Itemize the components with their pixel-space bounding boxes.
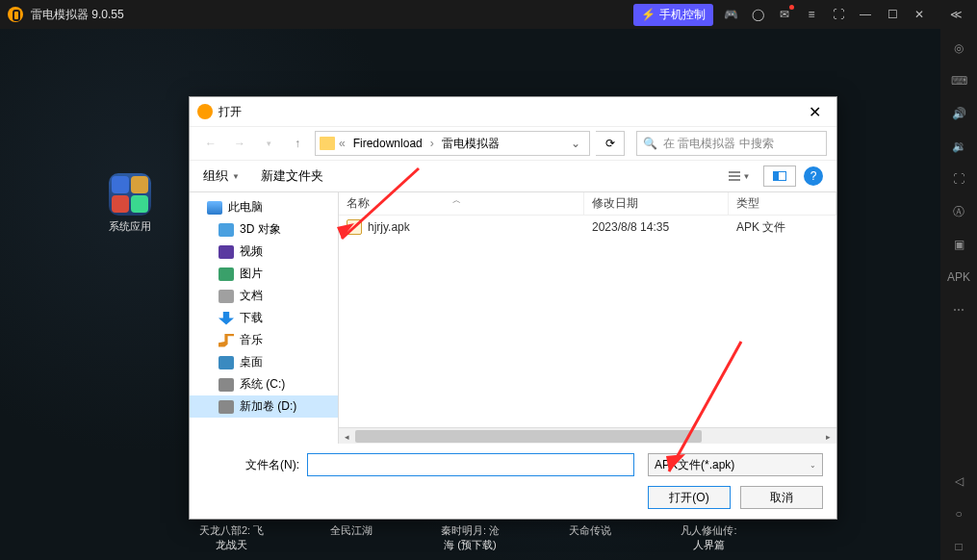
side-compass-icon[interactable]: ◎: [944, 35, 973, 62]
side-home-icon[interactable]: ○: [944, 500, 973, 527]
user-icon[interactable]: ◯: [744, 1, 771, 28]
app-titlebar: 雷电模拟器 9.0.55 ⚡ 手机控制 🎮 ◯ ✉ ≡ ⛶ — ☐ ✕ ≪: [0, 0, 977, 29]
dialog-titlebar: 打开 ✕: [190, 97, 836, 126]
side-volume-up-icon[interactable]: 🔊: [944, 100, 973, 127]
breadcrumb-dropdown[interactable]: ⌄: [566, 137, 585, 150]
nav-up-button[interactable]: ↑: [286, 132, 309, 155]
side-refresh-icon[interactable]: Ⓐ: [944, 198, 973, 225]
filename-label: 文件名(N):: [203, 457, 299, 473]
search-icon: 🔍: [643, 137, 657, 150]
gamepad-icon[interactable]: 🎮: [717, 1, 744, 28]
phone-control-button[interactable]: ⚡ 手机控制: [633, 4, 713, 26]
help-button[interactable]: ?: [804, 166, 823, 186]
scroll-left-button[interactable]: ◂: [339, 428, 355, 444]
chevron-down-icon: ⌄: [810, 461, 816, 470]
folder-icon: [320, 137, 335, 150]
minimize-button[interactable]: —: [852, 1, 879, 28]
emulator-screen: 2:47 ▾ ◢ ▮ 系统应用 天龙八部2: 飞龙战天 全民江湖 秦时明月: 沧…: [0, 29, 940, 560]
side-volume-down-icon[interactable]: 🔉: [944, 133, 973, 160]
tree-desktop[interactable]: 桌面: [190, 351, 338, 373]
side-more-icon[interactable]: ⋯: [944, 296, 973, 323]
maximize-button[interactable]: ☐: [879, 1, 906, 28]
search-input[interactable]: 🔍 在 雷电模拟器 中搜索: [636, 131, 827, 156]
dialog-toolbar: 组织▼ 新建文件夹 ▼ ?: [190, 161, 836, 191]
file-name: hjrjy.apk: [368, 220, 410, 234]
file-list[interactable]: hjrjy.apk 2023/8/8 14:35 APK 文件: [339, 216, 836, 427]
dialog-logo-icon: [197, 104, 213, 119]
fullscreen-icon[interactable]: ⛶: [825, 1, 852, 28]
column-name[interactable]: 名称: [339, 192, 584, 215]
system-apps-label: 系统应用: [106, 219, 154, 234]
side-fullscreen-icon[interactable]: ⛶: [944, 165, 973, 192]
nav-forward-button[interactable]: →: [228, 132, 251, 155]
side-screenshot-icon[interactable]: ▣: [944, 231, 973, 258]
file-row[interactable]: hjrjy.apk 2023/8/8 14:35 APK 文件: [339, 216, 836, 239]
file-list-area: ︿ 名称 修改日期 类型 hjrjy.apk 2023/8/8 14:35 AP…: [339, 192, 836, 444]
phone-control-label: 手机控制: [659, 7, 706, 23]
side-apk-icon[interactable]: APK: [944, 264, 973, 291]
file-type: APK 文件: [729, 216, 836, 239]
tree-documents[interactable]: 文档: [190, 285, 338, 307]
new-folder-button[interactable]: 新建文件夹: [261, 167, 323, 185]
tree-drive-c[interactable]: 系统 (C:): [190, 373, 338, 395]
apk-file-icon: [347, 219, 362, 235]
dialog-footer: 文件名(N): ⌄ APK文件(*.apk) ⌄ 打开(O) 取消: [190, 444, 836, 519]
file-date: 2023/8/8 14:35: [584, 216, 729, 239]
search-placeholder: 在 雷电模拟器 中搜索: [663, 136, 774, 152]
scrollbar-thumb[interactable]: [355, 430, 702, 443]
nav-back-button[interactable]: ←: [199, 132, 222, 155]
side-toolbar: ◎ ⌨ 🔊 🔉 ⛶ Ⓐ ▣ APK ⋯ ◁ ○ □: [940, 29, 977, 560]
side-back-icon[interactable]: ◁: [944, 468, 973, 495]
tree-music[interactable]: 音乐: [190, 329, 338, 351]
filter-label: APK文件(*.apk): [655, 457, 734, 473]
column-headers: ︿ 名称 修改日期 类型: [339, 192, 836, 216]
file-type-filter[interactable]: APK文件(*.apk) ⌄: [648, 453, 823, 476]
nav-recent-dropdown[interactable]: ▾: [257, 132, 280, 155]
file-open-dialog: 打开 ✕ ← → ▾ ↑ « Firedownload › 雷电模拟器 ⌄ ⟳: [189, 96, 837, 520]
folder-tree: 此电脑 3D 对象 视频 图片 文档 下载 音乐 桌面 系统 (C:) 新加卷 …: [190, 192, 339, 444]
cancel-button[interactable]: 取消: [740, 486, 823, 509]
horizontal-scrollbar[interactable]: ◂ ▸: [339, 427, 836, 444]
dialog-nav-bar: ← → ▾ ↑ « Firedownload › 雷电模拟器 ⌄ ⟳ 🔍 在 雷…: [190, 126, 836, 161]
tree-pictures[interactable]: 图片: [190, 263, 338, 285]
tree-3d-objects[interactable]: 3D 对象: [190, 218, 338, 241]
tree-this-pc[interactable]: 此电脑: [190, 196, 338, 218]
preview-pane-button[interactable]: [763, 165, 796, 187]
app-logo-icon: [8, 7, 23, 22]
filename-input[interactable]: [307, 453, 634, 476]
breadcrumb-bar[interactable]: « Firedownload › 雷电模拟器 ⌄: [315, 131, 590, 156]
bolt-icon: ⚡: [641, 8, 656, 21]
breadcrumb-seg-2[interactable]: 雷电模拟器: [438, 134, 503, 154]
system-apps-folder[interactable]: 系统应用: [106, 173, 154, 234]
collapse-sidebar-icon[interactable]: ≪: [942, 1, 969, 28]
dialog-close-button[interactable]: ✕: [800, 97, 829, 126]
close-button[interactable]: ✕: [906, 1, 933, 28]
refresh-button[interactable]: ⟳: [596, 131, 625, 156]
sort-indicator-icon: ︿: [452, 194, 461, 207]
tree-downloads[interactable]: 下载: [190, 307, 338, 329]
side-keyboard-icon[interactable]: ⌨: [944, 67, 973, 94]
app-title: 雷电模拟器 9.0.55: [31, 7, 124, 23]
tree-drive-d[interactable]: 新加卷 (D:): [190, 395, 338, 418]
column-date[interactable]: 修改日期: [584, 192, 729, 215]
tree-videos[interactable]: 视频: [190, 241, 338, 263]
column-type[interactable]: 类型: [729, 192, 836, 215]
view-mode-button[interactable]: ▼: [723, 165, 756, 187]
organize-menu[interactable]: 组织▼: [203, 167, 240, 185]
breadcrumb-seg-1[interactable]: Firedownload: [349, 135, 426, 152]
scroll-right-button[interactable]: ▸: [820, 428, 836, 444]
menu-icon[interactable]: ≡: [798, 1, 825, 28]
open-button[interactable]: 打开(O): [648, 486, 731, 509]
dialog-title: 打开: [219, 104, 242, 120]
side-recent-icon[interactable]: □: [944, 533, 973, 560]
mail-icon[interactable]: ✉: [771, 1, 798, 28]
